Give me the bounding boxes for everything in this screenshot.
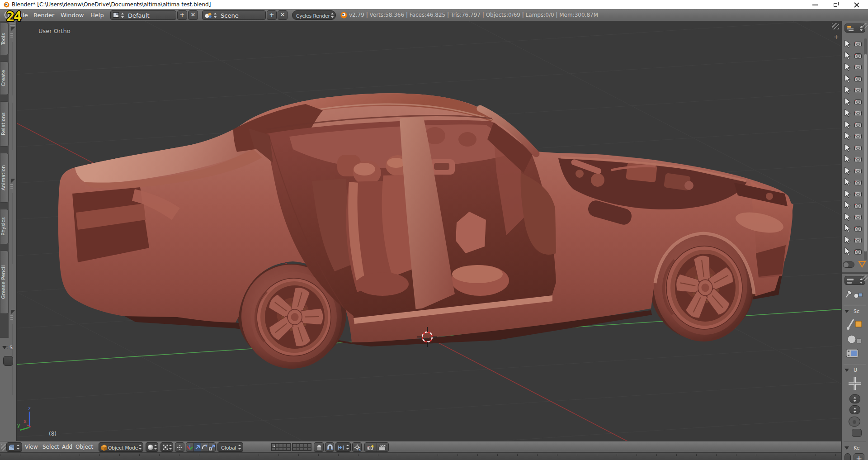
manipulator-axes-button[interactable] — [186, 443, 193, 451]
close-scene-button[interactable]: ✕ — [278, 10, 288, 20]
manipulator-toggle[interactable] — [175, 442, 184, 452]
region-corner-widget[interactable] — [862, 275, 868, 281]
film-icon[interactable] — [845, 347, 864, 360]
snap-target-button[interactable] — [352, 442, 362, 452]
selectable-toggle-icon[interactable] — [844, 98, 851, 106]
renderable-toggle-icon[interactable] — [854, 76, 862, 82]
renderable-toggle-icon[interactable] — [854, 52, 862, 59]
editor-type-selector[interactable] — [6, 442, 22, 452]
renderable-toggle-icon[interactable] — [854, 156, 862, 163]
keying-list[interactable] — [844, 453, 851, 460]
selectable-toggle-icon[interactable] — [844, 167, 851, 175]
renderable-toggle-icon[interactable] — [854, 122, 862, 128]
close-button[interactable] — [849, 0, 864, 9]
close-layout-button[interactable]: ✕ — [188, 10, 198, 20]
renderable-toggle-icon[interactable] — [854, 237, 862, 244]
selectable-toggle-icon[interactable] — [844, 75, 851, 83]
tab-create[interactable]: Create — [0, 62, 9, 95]
collapsed-panel-arrow[interactable] — [11, 310, 15, 314]
renderable-toggle-icon[interactable] — [854, 191, 862, 198]
manipulator-icon[interactable] — [845, 376, 864, 392]
layers-grid-right[interactable] — [292, 443, 311, 451]
shelf-button[interactable] — [3, 356, 13, 366]
stepper-field[interactable] — [849, 405, 860, 414]
menu-object[interactable]: Object — [75, 444, 93, 450]
menu-help[interactable]: Help — [90, 12, 104, 19]
menu-add[interactable]: Add — [62, 444, 72, 450]
car-model[interactable] — [58, 93, 793, 372]
lock-to-scene-button[interactable] — [314, 442, 324, 452]
rotate-manipulator-button[interactable] — [201, 443, 208, 451]
snap-element-selector[interactable] — [335, 442, 351, 452]
collapsed-panel-arrow[interactable] — [11, 27, 15, 31]
region-corner-widget[interactable] — [832, 23, 839, 29]
selectable-toggle-icon[interactable] — [844, 52, 851, 60]
pin-icon[interactable] — [845, 289, 863, 301]
region-corner-widget[interactable] — [862, 23, 868, 28]
panel-header-scene[interactable]: ∷Sc — [844, 308, 859, 314]
scene-selector[interactable]: Scene — [202, 10, 266, 20]
filter-toggle[interactable] — [843, 261, 854, 268]
renderable-toggle-icon[interactable] — [854, 64, 862, 71]
layers-grid-left[interactable] — [271, 443, 291, 451]
menu-render[interactable]: Render — [33, 12, 54, 19]
selectable-toggle-icon[interactable] — [844, 247, 851, 256]
collapsed-panel-s[interactable]: ∷S — [2, 345, 13, 351]
scale-manipulator-button[interactable] — [208, 443, 215, 451]
render-engine-selector[interactable]: Cycles Render — [292, 10, 336, 20]
filter-dropdown-icon[interactable] — [858, 261, 866, 268]
menu-window[interactable]: Window — [61, 12, 84, 19]
renderable-toggle-icon[interactable] — [854, 179, 862, 186]
selectable-toggle-icon[interactable] — [844, 224, 851, 232]
renderable-toggle-icon[interactable] — [854, 87, 862, 94]
renderable-toggle-icon[interactable] — [854, 168, 862, 175]
screen-layout-selector[interactable]: Default — [110, 10, 176, 20]
tab-relations[interactable]: Relations — [0, 101, 9, 147]
tab-physics[interactable]: Physics — [0, 209, 9, 244]
outliner-scrollbar-thumb[interactable] — [864, 54, 867, 251]
selectable-toggle-icon[interactable] — [844, 40, 851, 48]
pivot-center-selector[interactable] — [160, 442, 173, 452]
viewport-shading-selector[interactable] — [146, 442, 158, 452]
properties-region-toggle[interactable]: + — [834, 33, 839, 40]
renderable-toggle-icon[interactable] — [854, 145, 862, 152]
minimize-button[interactable] — [807, 0, 823, 9]
renderable-toggle-icon[interactable] — [854, 99, 862, 105]
selectable-toggle-icon[interactable] — [844, 155, 851, 163]
selectable-toggle-icon[interactable] — [844, 63, 851, 71]
selectable-toggle-icon[interactable] — [844, 121, 851, 129]
spheres-icon[interactable] — [846, 333, 864, 346]
selectable-toggle-icon[interactable] — [844, 86, 851, 94]
tab-tools[interactable]: Tools — [0, 23, 9, 55]
selectable-toggle-icon[interactable] — [844, 144, 851, 152]
renderable-toggle-icon[interactable] — [854, 202, 862, 209]
tab-grease-pencil[interactable]: Grease Pencil — [0, 251, 9, 314]
renderable-toggle-icon[interactable] — [854, 248, 862, 255]
renderable-toggle-icon[interactable] — [854, 41, 862, 47]
selectable-toggle-icon[interactable] — [844, 109, 851, 117]
stepper-field[interactable] — [849, 394, 860, 403]
selectable-toggle-icon[interactable] — [844, 213, 851, 221]
selectable-toggle-icon[interactable] — [844, 236, 851, 244]
opengl-render-anim-button[interactable] — [377, 443, 388, 451]
selectable-toggle-icon[interactable] — [844, 201, 851, 209]
transform-orientation-selector[interactable]: Global — [217, 442, 243, 452]
add-keying-set-button[interactable]: + — [854, 453, 864, 460]
tool-cube-icon[interactable] — [845, 318, 864, 331]
mode-selector[interactable]: Object Mode — [99, 442, 143, 452]
renderable-toggle-icon[interactable] — [854, 225, 862, 232]
collapsed-panel-arrow[interactable] — [11, 179, 15, 183]
menu-select[interactable]: Select — [42, 444, 59, 450]
panel-header-units[interactable]: ∷U — [844, 367, 857, 373]
3d-viewport[interactable]: User Ortho (8) z y x + — [17, 21, 841, 441]
timeline-strip[interactable] — [0, 453, 841, 460]
maximize-button[interactable] — [828, 0, 844, 9]
opengl-render-button[interactable] — [365, 443, 377, 451]
snap-toggle-button[interactable] — [325, 442, 334, 452]
selectable-toggle-icon[interactable] — [844, 190, 851, 198]
small-button[interactable] — [852, 429, 862, 437]
selectable-toggle-icon[interactable] — [844, 132, 851, 140]
translate-manipulator-button[interactable] — [193, 443, 201, 451]
add-layout-button[interactable]: + — [177, 10, 187, 20]
renderable-toggle-icon[interactable] — [854, 110, 862, 117]
